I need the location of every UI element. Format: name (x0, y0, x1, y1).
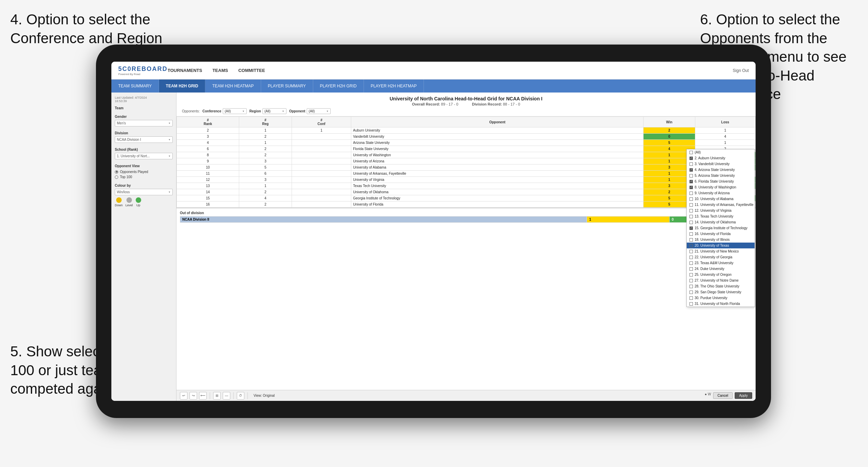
division-select[interactable]: NCAA Division I (115, 136, 173, 143)
legend-down: Down (115, 197, 123, 207)
conference-select[interactable]: (All) (223, 108, 247, 114)
checkbox[interactable]: ✓ (689, 226, 693, 230)
dropdown-item[interactable]: ✓15. Georgia Institute of Technology (687, 225, 755, 231)
tab-player-h2h-grid[interactable]: PLAYER H2H GRID (313, 79, 364, 93)
dropdown-item[interactable]: 29. San Diego State University (687, 289, 755, 295)
sidebar-division-section: Division NCAA Division I (115, 131, 173, 143)
dropdown-item[interactable]: 9. University of Arizona (687, 190, 755, 196)
dropdown-item-label: 5. Arizona State University (695, 174, 735, 177)
checkbox[interactable] (689, 244, 693, 247)
tab-team-h2h-grid[interactable]: TEAM H2H GRID (159, 79, 206, 93)
dropdown-item[interactable]: ✓2. Auburn University (687, 155, 755, 161)
checkbox[interactable] (689, 215, 693, 218)
checkbox[interactable] (689, 174, 693, 177)
dropdown-item[interactable]: 27. University of Notre Dame (687, 278, 755, 283)
tab-team-h2h-heatmap[interactable]: TEAM H2H HEATMAP (205, 79, 261, 93)
school-select[interactable]: 1. University of Nort... (115, 153, 173, 159)
checkbox[interactable] (689, 192, 693, 195)
checkbox[interactable] (689, 267, 693, 271)
dropdown-item[interactable]: ✓6. Florida State University (687, 179, 755, 184)
dropdown-item[interactable]: (All) (687, 149, 755, 155)
apply-button[interactable]: Apply (735, 392, 752, 399)
col-rank: #Rank (177, 117, 239, 127)
copy-btn[interactable]: ⊞ (213, 392, 221, 400)
redo-btn[interactable]: ↪ (190, 392, 197, 400)
dropdown-item[interactable]: 10. University of Alabama (687, 196, 755, 202)
dropdown-item-label: 12. University of Virginia (695, 209, 732, 212)
dropdown-item[interactable]: 12. University of Virginia (687, 208, 755, 213)
tab-player-summary[interactable]: PLAYER SUMMARY (261, 79, 313, 93)
dropdown-item[interactable]: 28. The Ohio State University (687, 283, 755, 289)
dropdown-item[interactable]: 16. University of Florida (687, 231, 755, 237)
cell-conf (292, 177, 351, 183)
checkbox[interactable] (689, 302, 693, 306)
clock-btn[interactable]: ⏱ (237, 392, 244, 400)
checkbox[interactable] (689, 197, 693, 201)
dropdown-item[interactable]: 25. University of Oregon (687, 272, 755, 278)
cell-name: Vanderbilt University (351, 134, 644, 140)
checkbox[interactable] (689, 151, 693, 154)
checkbox[interactable] (689, 250, 693, 253)
dropdown-item[interactable]: 31. University of North Florida (687, 301, 755, 307)
colour-by-select[interactable]: Win/loss (115, 189, 173, 195)
dash-btn[interactable]: — (223, 392, 230, 400)
dropdown-item[interactable]: 22. University of Georgia (687, 254, 755, 260)
opponent-dropdown[interactable]: (All)✓2. Auburn University3. Vanderbilt … (686, 149, 755, 307)
dropdown-item[interactable]: 14. University of Oklahoma (687, 219, 755, 225)
back-btn[interactable]: ⟵ (199, 392, 207, 400)
checkbox[interactable] (689, 285, 693, 288)
checkbox[interactable] (689, 296, 693, 300)
dropdown-item[interactable]: 24. Duke University (687, 266, 755, 272)
gender-select[interactable]: Men's (115, 120, 173, 126)
checkbox[interactable]: ✓ (689, 180, 693, 183)
radio-top100[interactable]: Top 100 (115, 175, 173, 179)
checkbox[interactable] (689, 238, 693, 242)
checkbox[interactable] (689, 273, 693, 276)
undo-btn[interactable]: ↩ (180, 392, 187, 400)
dropdown-item[interactable]: 18. University of Illinois (687, 237, 755, 243)
nav-committee[interactable]: COMMITTEE (238, 66, 265, 74)
dropdown-item-label: 23. Texas A&M University (695, 261, 733, 265)
checkbox[interactable] (689, 203, 693, 207)
dropdown-item[interactable]: 13. Texas Tech University (687, 213, 755, 219)
region-select[interactable]: (All) (262, 108, 286, 114)
opponent-select[interactable]: (All) (307, 108, 331, 114)
dropdown-item[interactable]: 5. Arizona State University (687, 173, 755, 179)
checkbox[interactable] (689, 232, 693, 236)
logo: 5C0REBOARD Powered By Road (118, 65, 168, 76)
dropdown-item[interactable]: 21. University of New Mexico (687, 248, 755, 254)
cell-reg: 1 (239, 183, 292, 189)
dropdown-item[interactable]: ✓8. University of Washington (687, 184, 755, 190)
radio-opponents-played[interactable]: Opponents Played (115, 170, 173, 174)
checkbox[interactable] (689, 221, 693, 224)
checkbox[interactable]: ✓ (689, 186, 693, 189)
checkbox[interactable] (689, 209, 693, 212)
checkbox[interactable] (689, 261, 693, 265)
dropdown-item[interactable]: 30. Purdue University (687, 295, 755, 301)
cell-reg: 1 (239, 127, 292, 134)
dropdown-item[interactable]: 20. University of Texas (687, 243, 755, 248)
dropdown-item[interactable]: 11. University of Arkansas, Fayetteville (687, 202, 755, 208)
nav-tournaments[interactable]: TOURNAMENTS (168, 66, 202, 74)
dropdown-item[interactable]: 3. Vanderbilt University (687, 161, 755, 167)
tab-team-summary[interactable]: TEAM SUMMARY (111, 79, 159, 93)
legend-up: Up (136, 197, 141, 207)
tab-player-h2h-heatmap[interactable]: PLAYER H2H HEATMAP (364, 79, 424, 93)
checkbox[interactable] (689, 162, 693, 166)
nav-sign-out[interactable]: Sign Out (733, 68, 749, 73)
checkbox[interactable]: ✓ (689, 157, 693, 160)
table-row: 6 2 Florida State University 4 2 (177, 146, 756, 152)
dropdown-item[interactable]: ✓4. Arizona State University (687, 167, 755, 173)
checkbox[interactable] (689, 279, 693, 282)
checkbox[interactable] (689, 291, 693, 294)
toolbar-w: ● W (705, 392, 711, 399)
cell-name: Florida State University (351, 146, 644, 152)
cell-rank: 13 (177, 183, 239, 189)
cancel-button[interactable]: Cancel (713, 392, 733, 399)
checkbox[interactable]: ✓ (689, 168, 693, 172)
nav-teams[interactable]: TEAMS (212, 66, 228, 74)
dropdown-item[interactable]: 23. Texas A&M University (687, 260, 755, 266)
cell-name: Arizona State University (351, 140, 644, 146)
checkbox[interactable] (689, 256, 693, 259)
table-row: 10 5 University of Alabama 3 0 (177, 164, 756, 171)
